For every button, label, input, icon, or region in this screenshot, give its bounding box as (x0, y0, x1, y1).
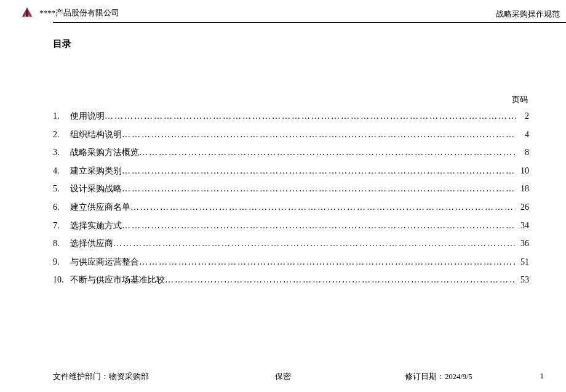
toc-leader-dots (139, 256, 516, 268)
toc-item: 4.建立采购类别10 (53, 165, 529, 177)
footer-date: 修订日期：2024/9/5 (405, 372, 472, 382)
header-divider (53, 22, 566, 23)
toc-item-number: 3. (53, 146, 68, 159)
toc-leader-dots (122, 220, 516, 232)
date-label: 修订日期： (405, 372, 445, 381)
toc-leader-dots (122, 129, 516, 141)
toc-item-page: 18 (516, 183, 529, 195)
toc-item: 7.选择实施方式34 (53, 220, 529, 232)
toc-item-number: 2. (53, 129, 68, 141)
document-footer: 文件维护部门：物资采购部 保密 修订日期：2024/9/5 1 (0, 372, 566, 382)
toc-item-number: 8. (53, 238, 68, 250)
toc-item-number: 6. (53, 201, 68, 214)
toc-list: 1.使用说明22.组织结构说明43.战略采购方法概览84.建立采购类别105.设… (53, 110, 529, 286)
toc-item: 9.与供应商运营整合51 (53, 256, 529, 268)
document-body: 目录 页码 1.使用说明22.组织结构说明43.战略采购方法概览84.建立采购类… (0, 25, 566, 286)
toc-item: 6.建立供应商名单26 (53, 201, 529, 214)
toc-item-page: 51 (516, 256, 529, 268)
toc-leader-dots (139, 146, 516, 159)
toc-item-page: 2 (516, 110, 529, 122)
toc-heading: 目录 (53, 38, 529, 50)
toc-item-number: 4. (53, 165, 68, 177)
toc-item-page: 36 (516, 238, 529, 250)
toc-item-title: 战略采购方法概览 (68, 146, 139, 159)
header-left: ****产品股份有限公司 (18, 7, 548, 18)
toc-leader-dots (122, 183, 516, 195)
toc-item-number: 10. (53, 274, 68, 286)
toc-item: 2.组织结构说明4 (53, 129, 529, 141)
toc-item-page: 4 (516, 129, 529, 141)
toc-item-title: 与供应商运营整合 (68, 256, 139, 268)
company-logo-icon (18, 7, 36, 18)
toc-leader-dots (113, 238, 516, 250)
toc-item-number: 7. (53, 220, 68, 232)
toc-item-page: 34 (516, 220, 529, 232)
company-name: ****产品股份有限公司 (39, 7, 119, 18)
document-header: ****产品股份有限公司 战略采购操作规范 (0, 0, 566, 25)
toc-item-title: 选择实施方式 (68, 220, 122, 232)
toc-leader-dots (165, 274, 516, 286)
toc-leader-dots (105, 110, 516, 122)
date-value: 2024/9/5 (445, 372, 472, 381)
toc-leader-dots (122, 165, 516, 177)
toc-item: 1.使用说明2 (53, 110, 529, 122)
toc-item-page: 26 (516, 201, 529, 214)
toc-item-title: 设计采购战略 (68, 183, 122, 195)
toc-item-title: 不断与供应市场基准比较 (68, 274, 165, 286)
toc-item-title: 建立采购类别 (68, 165, 122, 177)
toc-item: 10.不断与供应市场基准比较53 (53, 274, 529, 286)
page-label: 页码 (53, 94, 529, 105)
toc-item-page: 53 (516, 274, 529, 286)
toc-item-number: 1. (53, 110, 68, 122)
footer-right: 修订日期：2024/9/5 1 (405, 372, 548, 382)
toc-item-title: 使用说明 (68, 110, 105, 122)
toc-item-title: 选择供应商 (68, 238, 113, 250)
toc-item-page: 8 (516, 146, 529, 159)
toc-item-title: 建立供应商名单 (68, 201, 130, 214)
footer-department: 文件维护部门：物资采购部 (53, 372, 149, 382)
dept-label: 文件维护部门： (53, 372, 109, 381)
toc-item-title: 组织结构说明 (68, 129, 122, 141)
toc-leader-dots (130, 201, 516, 214)
toc-item: 8.选择供应商36 (53, 238, 529, 250)
toc-item: 5.设计采购战略18 (53, 183, 529, 195)
dept-value: 物资采购部 (109, 372, 149, 381)
document-title: 战略采购操作规范 (496, 9, 560, 20)
toc-item-page: 10 (516, 165, 529, 177)
footer-confidential: 保密 (275, 372, 291, 382)
page-number: 1 (540, 372, 544, 382)
toc-item: 3.战略采购方法概览8 (53, 146, 529, 159)
toc-item-number: 9. (53, 256, 68, 268)
toc-item-number: 5. (53, 183, 68, 195)
